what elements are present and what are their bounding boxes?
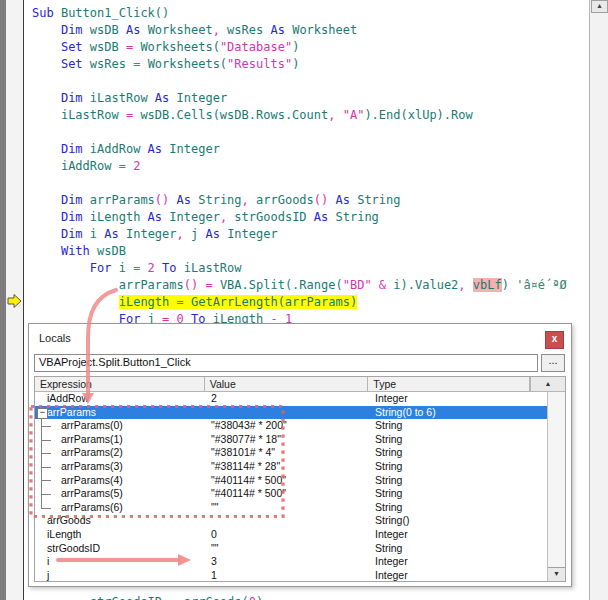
type-cell: String [369,419,548,433]
expression-cell: arrParams(6) [35,501,205,515]
expression-cell: arrParams(4) [35,474,205,488]
type-cell: String [369,446,548,460]
tree-line [41,453,51,454]
value-cell: 2 [205,392,369,406]
locals-grid: Expression Value Type ▲ iAddRow2Integer−… [34,376,566,582]
locals-row[interactable]: arrParams(6)""String [35,501,548,515]
grid-header: Expression Value Type ▲ [35,377,565,392]
value-cell: 0 [205,528,369,542]
scroll-up-button[interactable]: ▲ [530,377,565,392]
value-cell: "" [205,542,369,556]
value-cell: "#38043# * 200" [205,419,369,433]
value-cell: "" [205,501,369,515]
code-line-partial: strGoodsID = arrGoods(0) [32,594,263,600]
type-cell: Integer [369,555,548,569]
value-cell: "#38114# * 28" [205,460,369,474]
tree-line [41,467,51,468]
type-cell: String [369,474,548,488]
locals-row[interactable]: arrParams(4)"#40114# * 500"String [35,474,548,488]
code-line: Dim iLength As Integer, strGoodsID As St… [32,209,590,226]
locals-row[interactable]: arrParams(5)"#40114# * 500"String [35,487,548,501]
close-icon: x [552,333,558,344]
expression-cell: arrParams(0) [35,419,205,433]
code-line: iAddRow = 2 [32,158,590,175]
value-cell: "#40114# * 500" [205,474,369,488]
type-cell: String(0 to 6) [369,406,548,420]
tree-line [41,426,51,427]
code-line: Set wsRes = Worksheets("Results") [32,56,590,73]
code-line: Dim arrParams() As String, arrGoods() As… [32,192,590,209]
column-header-type[interactable]: Type [368,377,530,392]
value-cell: "#40114# * 500" [205,487,369,501]
type-cell: String [369,460,548,474]
column-header-expression[interactable]: Expression [35,377,205,392]
value-cell [205,406,369,420]
code-line: With wsDB [32,243,590,260]
tree-line [41,494,51,495]
expression-cell: arrParams [35,406,205,420]
expression-cell: arrParams(1) [35,433,205,447]
tree-line [41,508,51,509]
expression-cell: j [35,569,205,581]
code-line: iLength = GetArrLength(arrParams) [32,294,590,311]
locals-row[interactable]: arrParams(1)"#38077# * 18"String [35,433,548,447]
tree-line [41,501,42,508]
context-procedure-box[interactable]: VBAProject.Split.Button1_Click [34,354,538,372]
type-cell: Integer [369,569,548,581]
scroll-down-button[interactable]: ▼ [548,567,565,581]
code-line: iLastRow = wsDB.Cells(wsDB.Rows.Count, "… [32,107,590,124]
close-button[interactable]: x [545,331,564,349]
expression-cell: iLength [35,528,205,542]
context-more-button[interactable]: ... [541,354,565,372]
locals-row[interactable]: j1Integer [35,569,548,581]
locals-row[interactable]: strGoodsID""String [35,542,548,556]
type-cell: String() [369,514,548,528]
code-line: Dim iLastRow As Integer [32,90,590,107]
code-line: Sub Button1_Click() [32,5,590,22]
value-cell [205,514,369,528]
column-header-value[interactable]: Value [205,377,369,392]
locals-window: Locals x VBAProject.Split.Button1_Click … [28,323,572,587]
type-cell: Integer [369,528,548,542]
locals-row[interactable]: iLength0Integer [35,528,548,542]
locals-window-title: Locals [39,332,71,344]
expression-cell: arrParams(3) [35,460,205,474]
expression-cell: arrGoods [35,514,205,528]
value-cell: 3 [205,555,369,569]
current-statement-highlight: = [177,295,191,309]
vba-editor-window: { "colors": { "keyword": "#2727d4", "ide… [0,0,608,600]
current-statement-highlight: iLength [119,295,177,309]
type-cell: String [369,487,548,501]
locals-row[interactable]: −arrParamsString(0 to 6) [35,406,548,420]
code-line: Set wsDB = Worksheets("Database") [32,39,590,56]
value-cell: "#38077# * 18" [205,433,369,447]
code-line [32,124,590,141]
editor-scrollbar[interactable]: ▲ [589,0,608,600]
code-line: Dim wsDB As Worksheet, wsRes As Workshee… [32,22,590,39]
locals-row[interactable]: arrParams(0)"#38043# * 200"String [35,419,548,433]
current-statement-highlight: GetArrLength(arrParams) [191,295,357,309]
code-line [32,73,590,90]
code-line: Dim iAddRow As Integer [32,141,590,158]
locals-row[interactable]: iAddRow2Integer [35,392,548,406]
type-cell: String [369,433,548,447]
value-cell: "#38101# * 4" [205,446,369,460]
type-cell: Integer [369,392,548,406]
code-line: Dim i As Integer, j As Integer [32,226,590,243]
expression-cell: iAddRow [35,392,205,406]
value-cell: 1 [205,569,369,581]
expression-cell: arrParams(5) [35,487,205,501]
locals-row[interactable]: arrGoodsString() [35,514,548,528]
locals-rows: iAddRow2Integer−arrParamsString(0 to 6)a… [35,392,548,581]
scroll-up-icon[interactable]: ▲ [591,0,608,13]
locals-row[interactable]: arrParams(2)"#38101# * 4"String [35,446,548,460]
locals-scrollbar[interactable]: ▼ [547,392,565,581]
expression-cell: arrParams(2) [35,446,205,460]
type-cell: String [369,501,548,515]
locals-row[interactable]: i3Integer [35,555,548,569]
tree-line [41,480,51,481]
locals-row[interactable]: arrParams(3)"#38114# * 28"String [35,460,548,474]
editor-margin-gutter[interactable] [6,0,24,600]
collapse-toggle-icon[interactable]: − [37,408,48,419]
type-cell: String [369,542,548,556]
